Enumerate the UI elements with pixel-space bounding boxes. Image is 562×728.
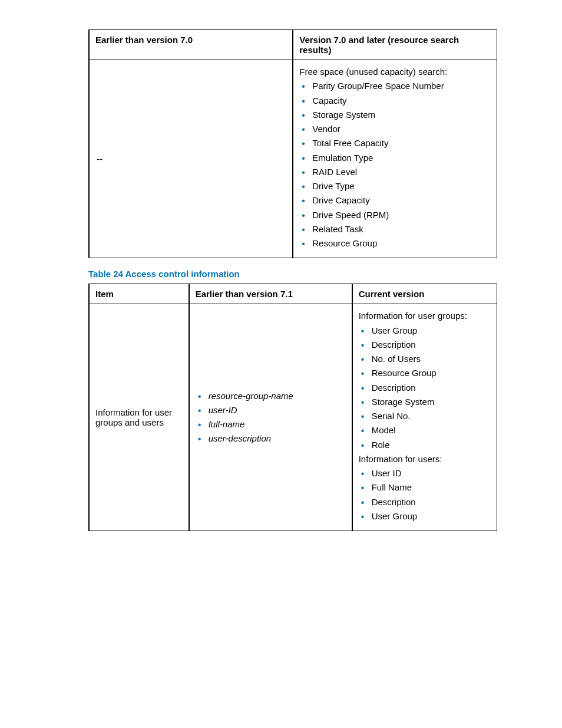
list-item: Vendor	[299, 123, 491, 135]
table-row: Information for user groups and users re…	[89, 304, 497, 531]
list-item: Resource Group	[299, 238, 491, 249]
list-item: Total Free Capacity	[299, 137, 491, 149]
list-item: Description	[359, 382, 491, 394]
table2-col3-intro-b: Information for users:	[359, 453, 491, 465]
list-item: User Group	[359, 510, 491, 522]
list-item: Description	[359, 496, 491, 508]
table2-col3-intro-a: Information for user groups:	[359, 310, 491, 322]
list-item: user-ID	[196, 404, 346, 416]
list-item: Resource Group	[359, 367, 491, 379]
table-access-control: Item Earlier than version 7.1 Current ve…	[88, 284, 497, 531]
list-item: Role	[359, 439, 491, 451]
table1-header-col1: Earlier than version 7.0	[89, 30, 293, 60]
list-item: Related Task	[299, 223, 491, 235]
list-item: Drive Speed (RPM)	[299, 209, 491, 221]
table1-col2-intro: Free space (unused capacity) search:	[299, 66, 491, 78]
list-item: User ID	[359, 467, 491, 479]
list-item: Drive Capacity	[299, 195, 491, 206]
table1-header-col2: Version 7.0 and later (resource search r…	[293, 30, 497, 60]
list-item: Model	[359, 424, 491, 436]
table-row: -- Free space (unused capacity) search: …	[89, 60, 497, 258]
table-caption: Table 24 Access control information	[88, 269, 497, 279]
table1-col1-value: --	[95, 154, 286, 164]
list-item: RAID Level	[299, 166, 491, 178]
list-item: Serial No.	[359, 410, 491, 422]
list-item: resource-group-name	[196, 390, 346, 402]
list-item: Drive Type	[299, 180, 491, 192]
table2-header-col3: Current version	[352, 284, 497, 304]
list-item: Storage System	[299, 109, 491, 121]
table2-col3-list-b: User ID Full Name Description User Group	[359, 467, 491, 522]
list-item: Description	[359, 339, 491, 351]
list-item: full-name	[196, 419, 346, 430]
table2-col2-list: resource-group-name user-ID full-name us…	[196, 390, 346, 445]
list-item: No. of Users	[359, 353, 491, 365]
list-item: Full Name	[359, 482, 491, 493]
list-item: User Group	[359, 325, 491, 337]
table1-col2-list: Parity Group/Free Space Number Capacity …	[299, 80, 491, 249]
table-version-comparison: Earlier than version 7.0 Version 7.0 and…	[88, 29, 497, 258]
list-item: Storage System	[359, 396, 491, 408]
table2-header-col2: Earlier than version 7.1	[189, 284, 352, 304]
list-item: user-description	[196, 433, 346, 444]
list-item: Capacity	[299, 95, 491, 107]
list-item: Emulation Type	[299, 152, 491, 164]
table2-col3-list-a: User Group Description No. of Users Reso…	[359, 325, 491, 451]
table2-col1-value: Information for user groups and users	[89, 304, 189, 531]
table2-header-col1: Item	[89, 284, 189, 304]
list-item: Parity Group/Free Space Number	[299, 80, 491, 92]
